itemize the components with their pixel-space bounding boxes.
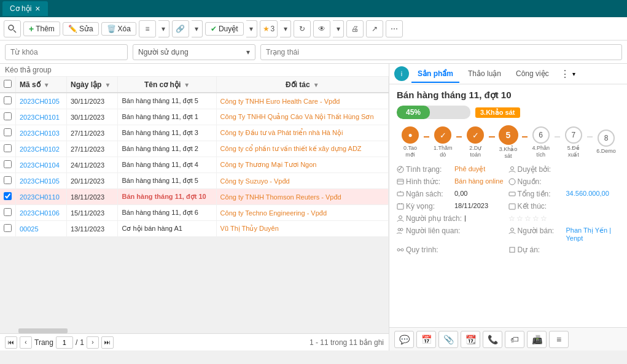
row-checkbox[interactable] xyxy=(4,192,12,200)
row-checkbox-cell[interactable] xyxy=(0,173,16,189)
row-checkbox-cell[interactable] xyxy=(0,189,16,205)
row-checkbox-cell[interactable] xyxy=(0,109,16,125)
row-checkbox-cell[interactable] xyxy=(0,125,16,141)
row-checkbox-cell[interactable] xyxy=(0,221,16,237)
table-row[interactable]: 2023CH0102 27/11/2023 Bán hàng tháng 11,… xyxy=(0,141,389,157)
link-button[interactable]: 🔗 xyxy=(172,20,189,37)
eye-dropdown-button[interactable]: ▾ xyxy=(333,20,344,37)
main-tab[interactable]: Cơ hội × xyxy=(2,1,48,16)
eye-button[interactable]: 👁 xyxy=(313,20,330,37)
stage-circle-3[interactable]: 5 xyxy=(499,125,518,145)
row-checkbox[interactable] xyxy=(4,224,12,232)
stage-item[interactable]: ● 0.Taomới xyxy=(397,126,424,158)
row-checkbox-cell[interactable] xyxy=(0,157,16,173)
detail-tab-dropdown-icon[interactable]: ▾ xyxy=(572,71,575,77)
stage-circle-0[interactable]: ● xyxy=(402,126,419,144)
menu-button[interactable]: ≡ xyxy=(139,20,156,37)
row-checkbox-cell[interactable] xyxy=(0,205,16,221)
page-info: 1 - 11 trong 11 bản ghi xyxy=(310,338,384,347)
page-first-button[interactable]: ⏮ xyxy=(5,336,17,349)
col-ma-so-filter-icon[interactable]: ▼ xyxy=(44,82,50,88)
attachment-button[interactable]: 📎 xyxy=(438,331,458,348)
table-row[interactable]: 2023CH0104 24/11/2023 Bán hàng tháng 11,… xyxy=(0,157,389,173)
menu-dropdown-button[interactable]: ▾ xyxy=(158,20,169,37)
stage-item[interactable]: 5 3.Khảosát xyxy=(495,125,522,160)
table-scroll[interactable]: Mã số ▼ Ngày lập ▼ Tên cơ hội ▼ Đối tá xyxy=(0,77,389,328)
star-3[interactable]: ☆ xyxy=(524,214,531,223)
table-row[interactable]: 2023CH0105 30/11/2023 Bán hàng tháng 11,… xyxy=(0,93,389,109)
phone-button[interactable]: 📞 xyxy=(483,331,502,348)
detail-tab-info[interactable]: i xyxy=(394,66,409,81)
add-button[interactable]: + Thêm xyxy=(23,21,60,36)
link-dropdown-button[interactable]: ▾ xyxy=(192,20,203,37)
row-checkbox[interactable] xyxy=(4,160,12,168)
status-input[interactable] xyxy=(260,44,622,60)
share-button[interactable]: ↗ xyxy=(366,20,383,37)
select-all-header[interactable] xyxy=(0,77,16,93)
stage-circle-4[interactable]: 6 xyxy=(532,126,550,144)
delete-icon: 🗑️ xyxy=(107,25,116,33)
row-checkbox-cell[interactable] xyxy=(0,141,16,157)
table-row[interactable]: 2023CH0103 27/11/2023 Bán hàng tháng 11,… xyxy=(0,125,389,141)
detail-tab-more-icon[interactable]: ⋮ xyxy=(560,68,570,80)
row-checkbox-cell[interactable] xyxy=(0,93,16,109)
edit-button[interactable]: ✏️ Sửa xyxy=(63,22,99,36)
tab-close-icon[interactable]: × xyxy=(35,4,40,14)
approve-dropdown-button[interactable]: ▾ xyxy=(246,20,257,37)
stage-circle-1[interactable]: ✓ xyxy=(434,126,451,144)
star-4[interactable]: ☆ xyxy=(532,214,539,223)
row-checkbox[interactable] xyxy=(4,96,12,104)
keyword-input[interactable] xyxy=(5,44,128,60)
row-checkbox[interactable] xyxy=(4,144,12,152)
row-checkbox[interactable] xyxy=(4,112,12,120)
col-ten-co-hoi-filter-icon[interactable]: ▼ xyxy=(184,82,190,88)
select-all-checkbox[interactable] xyxy=(4,80,12,88)
detail-tab-cong-viec[interactable]: Công việc xyxy=(510,66,555,83)
stage-circle-5[interactable]: 7 xyxy=(565,126,582,144)
horizontal-scroll[interactable] xyxy=(0,328,389,333)
user-select[interactable]: Người sử dụng ▾ xyxy=(133,44,255,60)
detail-tab-san-pham[interactable]: Sản phẩm xyxy=(411,66,459,83)
col-ngay-lap-filter-icon[interactable]: ▼ xyxy=(104,82,111,88)
list-button[interactable]: ≡ xyxy=(549,331,569,348)
row-checkbox[interactable] xyxy=(4,128,12,136)
stage-item[interactable]: 7 5.Đềxuất xyxy=(560,126,587,158)
table-row[interactable]: 00025 13/11/2023 Cơ hội bán hàng A1 Vũ T… xyxy=(0,221,389,237)
row-checkbox[interactable] xyxy=(4,176,12,184)
binoculars-button[interactable] xyxy=(4,20,21,37)
table-row[interactable]: 2023CH0105 20/11/2023 Bán hàng tháng 11,… xyxy=(0,173,389,189)
col-doi-tac-filter-icon[interactable]: ▼ xyxy=(313,82,319,88)
stage-item[interactable]: ✓ 1.Thămdò xyxy=(429,126,456,158)
page-input[interactable] xyxy=(56,336,73,349)
chat-button[interactable]: 💬 xyxy=(394,331,414,348)
stage-circle-6[interactable]: 8 xyxy=(598,130,615,147)
print-button[interactable]: 🖨 xyxy=(346,20,364,37)
star-5[interactable]: ☆ xyxy=(540,214,547,223)
stage-connector xyxy=(555,136,560,137)
stage-circle-2[interactable]: ✓ xyxy=(467,126,484,144)
date-button[interactable]: 📆 xyxy=(461,331,480,348)
refresh-button[interactable]: ↻ xyxy=(294,20,311,37)
stage-item[interactable]: ✓ 2.Dựtoán xyxy=(462,126,489,158)
approve-button[interactable]: ✔ Duyệt xyxy=(205,22,244,36)
detail-tab-thao-luan[interactable]: Thảo luận xyxy=(462,66,507,83)
row-checkbox[interactable] xyxy=(4,208,12,216)
fax-button[interactable]: 📠 xyxy=(527,331,547,348)
star-1[interactable]: ☆ xyxy=(508,214,515,223)
stage-item[interactable]: 8 6.Demo xyxy=(593,130,620,155)
table-row[interactable]: 2023CH0101 30/11/2023 Bán hàng tháng 11,… xyxy=(0,109,389,125)
page-next-button[interactable]: › xyxy=(87,336,99,349)
star-rating[interactable]: ☆ ☆ ☆ ☆ ☆ xyxy=(508,214,547,223)
calendar-button[interactable]: 📅 xyxy=(416,331,436,348)
delete-button[interactable]: 🗑️ Xóa xyxy=(101,22,136,36)
more-button[interactable]: ⋯ xyxy=(386,20,403,37)
star-2[interactable]: ☆ xyxy=(516,214,523,223)
page-last-button[interactable]: ⏭ xyxy=(101,336,114,349)
table-row[interactable]: 2023CH0106 15/11/2023 Bán hàng tháng 11,… xyxy=(0,205,389,221)
tag-button[interactable]: 🏷 xyxy=(505,331,524,348)
table-row[interactable]: 2023CH0110 18/11/2023 Bán hàng tháng 11,… xyxy=(0,189,389,205)
star-button[interactable]: ★ 3 xyxy=(260,20,278,37)
star-dropdown-button[interactable]: ▾ xyxy=(280,20,291,37)
stage-item[interactable]: 6 4.Phântích xyxy=(528,126,555,158)
page-prev-button[interactable]: ‹ xyxy=(20,336,32,349)
